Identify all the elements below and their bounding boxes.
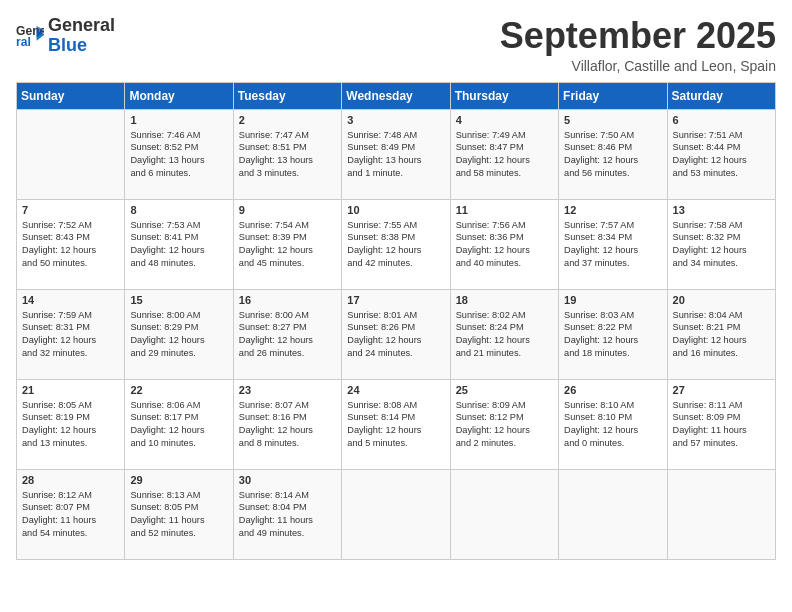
day-info-text: Daylight: 13 hours: [239, 154, 336, 167]
day-info-text: Sunset: 8:49 PM: [347, 141, 444, 154]
logo-line1: General: [48, 15, 115, 35]
header-row: SundayMondayTuesdayWednesdayThursdayFrid…: [17, 82, 776, 109]
day-info-text: Sunset: 8:04 PM: [239, 501, 336, 514]
day-info-text: Sunrise: 7:56 AM: [456, 219, 553, 232]
day-info-text: Sunset: 8:46 PM: [564, 141, 661, 154]
day-number: 30: [239, 474, 336, 486]
day-info-text: Daylight: 12 hours: [673, 244, 770, 257]
day-info-text: Sunrise: 8:09 AM: [456, 399, 553, 412]
title-section: September 2025 Villaflor, Castille and L…: [500, 16, 776, 74]
calendar-day-cell: 4Sunrise: 7:49 AMSunset: 8:47 PMDaylight…: [450, 109, 558, 199]
day-number: 15: [130, 294, 227, 306]
empty-cell: [667, 469, 775, 559]
calendar-week-row: 21Sunrise: 8:05 AMSunset: 8:19 PMDayligh…: [17, 379, 776, 469]
day-info-text: Sunset: 8:34 PM: [564, 231, 661, 244]
day-info-text: Sunrise: 8:05 AM: [22, 399, 119, 412]
calendar-week-row: 28Sunrise: 8:12 AMSunset: 8:07 PMDayligh…: [17, 469, 776, 559]
day-info-text: Daylight: 11 hours: [22, 514, 119, 527]
day-info-text: Daylight: 12 hours: [130, 244, 227, 257]
day-number: 25: [456, 384, 553, 396]
logo: Gene ral General Blue: [16, 16, 115, 56]
calendar-day-cell: 29Sunrise: 8:13 AMSunset: 8:05 PMDayligh…: [125, 469, 233, 559]
calendar-week-row: 1Sunrise: 7:46 AMSunset: 8:52 PMDaylight…: [17, 109, 776, 199]
day-info-text: and 8 minutes.: [239, 437, 336, 450]
day-info-text: Sunset: 8:19 PM: [22, 411, 119, 424]
day-info-text: Sunrise: 7:46 AM: [130, 129, 227, 142]
day-info-text: Sunset: 8:47 PM: [456, 141, 553, 154]
empty-cell: [559, 469, 667, 559]
day-info-text: and 29 minutes.: [130, 347, 227, 360]
day-number: 16: [239, 294, 336, 306]
day-info-text: Sunrise: 7:50 AM: [564, 129, 661, 142]
day-info-text: Sunrise: 8:13 AM: [130, 489, 227, 502]
day-info-text: and 16 minutes.: [673, 347, 770, 360]
svg-text:ral: ral: [16, 35, 31, 49]
day-info-text: Sunrise: 8:07 AM: [239, 399, 336, 412]
day-info-text: Sunrise: 8:08 AM: [347, 399, 444, 412]
day-number: 26: [564, 384, 661, 396]
day-info-text: Sunset: 8:10 PM: [564, 411, 661, 424]
day-info-text: and 40 minutes.: [456, 257, 553, 270]
calendar-week-row: 14Sunrise: 7:59 AMSunset: 8:31 PMDayligh…: [17, 289, 776, 379]
day-info-text: Daylight: 12 hours: [456, 424, 553, 437]
day-info-text: Daylight: 12 hours: [456, 334, 553, 347]
calendar-day-cell: 10Sunrise: 7:55 AMSunset: 8:38 PMDayligh…: [342, 199, 450, 289]
day-info-text: Daylight: 11 hours: [130, 514, 227, 527]
day-info-text: Daylight: 11 hours: [239, 514, 336, 527]
day-number: 2: [239, 114, 336, 126]
day-info-text: and 32 minutes.: [22, 347, 119, 360]
logo-line2: Blue: [48, 35, 87, 55]
day-number: 12: [564, 204, 661, 216]
calendar-day-cell: 14Sunrise: 7:59 AMSunset: 8:31 PMDayligh…: [17, 289, 125, 379]
day-info-text: Daylight: 12 hours: [673, 334, 770, 347]
empty-cell: [450, 469, 558, 559]
calendar-day-cell: 24Sunrise: 8:08 AMSunset: 8:14 PMDayligh…: [342, 379, 450, 469]
day-info-text: Daylight: 12 hours: [239, 244, 336, 257]
day-info-text: and 24 minutes.: [347, 347, 444, 360]
empty-cell: [342, 469, 450, 559]
day-info-text: Sunset: 8:36 PM: [456, 231, 553, 244]
day-info-text: and 6 minutes.: [130, 167, 227, 180]
day-info-text: Daylight: 12 hours: [456, 154, 553, 167]
day-info-text: Daylight: 12 hours: [564, 424, 661, 437]
day-info-text: and 57 minutes.: [673, 437, 770, 450]
calendar-day-cell: 22Sunrise: 8:06 AMSunset: 8:17 PMDayligh…: [125, 379, 233, 469]
day-info-text: and 58 minutes.: [456, 167, 553, 180]
day-info-text: Daylight: 12 hours: [130, 334, 227, 347]
day-info-text: Sunrise: 8:00 AM: [239, 309, 336, 322]
day-info-text: Daylight: 13 hours: [130, 154, 227, 167]
day-info-text: Daylight: 12 hours: [564, 244, 661, 257]
day-info-text: Sunset: 8:12 PM: [456, 411, 553, 424]
day-info-text: and 0 minutes.: [564, 437, 661, 450]
day-number: 14: [22, 294, 119, 306]
day-info-text: Daylight: 12 hours: [22, 334, 119, 347]
day-number: 4: [456, 114, 553, 126]
day-info-text: Daylight: 12 hours: [673, 154, 770, 167]
day-info-text: Sunset: 8:24 PM: [456, 321, 553, 334]
day-info-text: Daylight: 12 hours: [564, 334, 661, 347]
day-number: 28: [22, 474, 119, 486]
day-number: 27: [673, 384, 770, 396]
day-info-text: Daylight: 12 hours: [347, 424, 444, 437]
day-info-text: Sunset: 8:17 PM: [130, 411, 227, 424]
day-info-text: Sunset: 8:38 PM: [347, 231, 444, 244]
day-info-text: Sunrise: 8:11 AM: [673, 399, 770, 412]
day-info-text: Sunrise: 7:52 AM: [22, 219, 119, 232]
day-info-text: Sunset: 8:44 PM: [673, 141, 770, 154]
day-number: 10: [347, 204, 444, 216]
calendar-day-cell: 3Sunrise: 7:48 AMSunset: 8:49 PMDaylight…: [342, 109, 450, 199]
day-info-text: Sunrise: 7:58 AM: [673, 219, 770, 232]
calendar-day-cell: 18Sunrise: 8:02 AMSunset: 8:24 PMDayligh…: [450, 289, 558, 379]
day-number: 21: [22, 384, 119, 396]
calendar-day-cell: 6Sunrise: 7:51 AMSunset: 8:44 PMDaylight…: [667, 109, 775, 199]
day-info-text: Sunset: 8:51 PM: [239, 141, 336, 154]
weekday-header: Wednesday: [342, 82, 450, 109]
day-info-text: Sunrise: 8:06 AM: [130, 399, 227, 412]
day-info-text: and 52 minutes.: [130, 527, 227, 540]
day-info-text: Sunset: 8:09 PM: [673, 411, 770, 424]
weekday-header: Monday: [125, 82, 233, 109]
day-info-text: Sunrise: 7:49 AM: [456, 129, 553, 142]
day-info-text: Sunrise: 7:55 AM: [347, 219, 444, 232]
day-info-text: and 2 minutes.: [456, 437, 553, 450]
weekday-header: Saturday: [667, 82, 775, 109]
